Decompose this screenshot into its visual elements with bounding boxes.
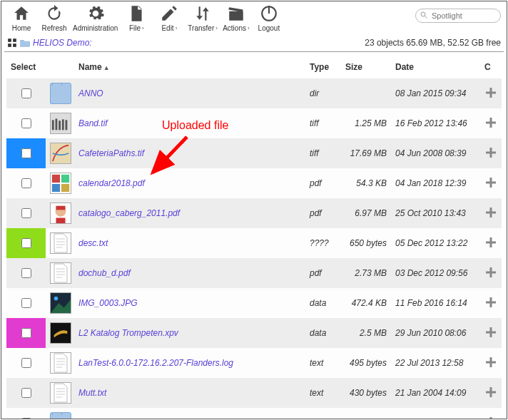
file-name-link[interactable]: catalogo_caberg_2011.pdf (78, 208, 180, 218)
row-checkbox[interactable] (21, 418, 31, 419)
row-checkbox[interactable] (21, 358, 31, 368)
table-row[interactable]: dochub_d.pdfpdf2.73 MB03 Dec 2012 09:56 (6, 258, 502, 288)
row-checkbox[interactable] (21, 208, 31, 218)
file-menu[interactable]: File› (122, 4, 151, 32)
svg-rect-20 (486, 151, 496, 153)
thumbnail-cell (46, 168, 74, 198)
file-name-link[interactable]: LanTest-6.0.0-172.16.2.207-Flanders.log (78, 358, 233, 368)
table-header-row: Select Name▲ Type Size Date C (6, 56, 502, 78)
expand-icon[interactable] (485, 177, 497, 188)
row-checkbox[interactable] (21, 268, 31, 278)
thumbnail-cell (46, 228, 74, 258)
table-row[interactable]: IMG_0003.JPGdata472.4 KB11 Feb 2016 16:1… (6, 288, 502, 318)
size-cell (341, 408, 391, 419)
file-name-link[interactable]: desc.txt (78, 238, 108, 248)
svg-rect-30 (56, 206, 65, 210)
row-checkbox[interactable] (21, 388, 31, 398)
svg-rect-52 (486, 331, 496, 333)
row-checkbox[interactable] (21, 88, 31, 98)
type-cell: dir (305, 408, 341, 419)
file-name-link[interactable]: IMG_0003.JPG (78, 298, 138, 308)
file-name-link[interactable]: Band.tif (78, 118, 108, 128)
col-select[interactable]: Select (6, 56, 46, 78)
file-icon (127, 4, 146, 23)
col-c[interactable]: C (480, 56, 502, 78)
row-checkbox[interactable] (21, 328, 31, 338)
table-row[interactable]: calendar2018.pdfpdf54.3 KB04 Jan 2018 12… (6, 168, 502, 198)
row-checkbox[interactable] (21, 238, 31, 248)
file-name-link[interactable]: CafeteriaPaths.tif (78, 148, 144, 158)
table-row[interactable]: desc.txt????650 bytes05 Dec 2012 13:22 (6, 228, 502, 258)
refresh-icon (45, 4, 64, 23)
size-cell: 650 bytes (341, 228, 391, 258)
svg-rect-58 (486, 361, 496, 363)
expand-icon[interactable] (485, 357, 497, 368)
file-name-link[interactable]: calendar2018.pdf (78, 178, 145, 188)
col-date[interactable]: Date (391, 56, 480, 78)
expand-icon[interactable] (485, 147, 497, 158)
table-row[interactable]: L2 Katalog Trompeten.xpvdata2.5 MB29 Jun… (6, 318, 502, 348)
chevron-right-icon: › (176, 25, 178, 31)
table-row[interactable]: PDF-Checkdir14 Oct 2013 09:46 (6, 408, 502, 419)
expand-icon[interactable] (485, 386, 497, 398)
size-cell: 472.4 KB (341, 288, 391, 318)
administration-button[interactable]: Administration (73, 4, 118, 32)
svg-rect-27 (486, 181, 496, 183)
size-cell: 2.73 MB (341, 258, 391, 288)
edit-menu[interactable]: Edit› (155, 4, 183, 32)
row-checkbox[interactable] (21, 178, 31, 188)
table-row[interactable]: CafeteriaPaths.tiftiff17.69 MB04 Jun 200… (6, 138, 502, 168)
col-type[interactable]: Type (305, 56, 341, 78)
expand-icon[interactable] (485, 327, 497, 338)
file-name-link[interactable]: PDF-Check (78, 418, 123, 419)
expand-icon[interactable] (485, 416, 497, 420)
svg-rect-12 (56, 118, 58, 130)
svg-rect-6 (8, 43, 11, 47)
search-input[interactable] (415, 9, 501, 23)
refresh-button[interactable]: Refresh (40, 4, 68, 32)
svg-point-2 (421, 12, 425, 16)
select-cell (6, 78, 46, 108)
grid-view-icon[interactable] (7, 38, 17, 48)
svg-rect-23 (61, 175, 69, 183)
file-name-link[interactable]: ANNO (78, 88, 103, 98)
type-cell: dir (305, 78, 341, 109)
home-button[interactable]: Home (7, 4, 36, 32)
thumbnail-cell (46, 348, 74, 378)
col-name[interactable]: Name▲ (74, 56, 305, 78)
table-row[interactable]: LanTest-6.0.0-172.16.2.207-Flanders.logt… (6, 348, 502, 378)
expand-icon[interactable] (485, 207, 497, 218)
file-name-link[interactable]: dochub_d.pdf (78, 268, 131, 278)
expand-icon[interactable] (485, 267, 497, 278)
file-name-link[interactable]: Mutt.txt (78, 388, 106, 398)
table-row[interactable]: Mutt.txttext430 bytes21 Jan 2004 14:09 (6, 378, 502, 408)
row-checkbox[interactable] (21, 148, 31, 158)
breadcrumb-link[interactable]: HELIOS Demo: (33, 38, 92, 48)
date-cell: 25 Oct 2010 13:43 (391, 198, 480, 228)
row-checkbox[interactable] (21, 118, 31, 128)
svg-rect-24 (52, 184, 60, 192)
file-name-link[interactable]: L2 Katalog Trompeten.xpv (78, 328, 178, 338)
table-row[interactable]: Band.tiftiff1.25 MB16 Feb 2012 13:46 (6, 108, 502, 138)
logout-button[interactable]: Logout (255, 4, 283, 32)
svg-rect-25 (61, 184, 69, 192)
expand-icon[interactable] (485, 117, 497, 128)
date-cell: 14 Oct 2013 09:46 (391, 408, 480, 419)
row-checkbox[interactable] (21, 298, 31, 308)
edit-icon (160, 4, 178, 23)
transfer-menu[interactable]: Transfer› (188, 4, 218, 32)
type-cell: pdf (305, 168, 341, 198)
actions-menu[interactable]: Actions› (222, 4, 250, 32)
select-cell (6, 228, 46, 258)
table-row[interactable]: ANNOdir08 Jan 2015 09:34 (6, 78, 502, 109)
type-cell: data (305, 288, 341, 318)
col-size[interactable]: Size (341, 56, 391, 78)
svg-rect-5 (13, 39, 16, 42)
folder-icon (20, 39, 30, 47)
svg-rect-14 (62, 119, 64, 130)
expand-icon[interactable] (485, 87, 497, 98)
sort-asc-icon: ▲ (103, 64, 110, 71)
table-row[interactable]: catalogo_caberg_2011.pdfpdf6.97 MB25 Oct… (6, 198, 502, 228)
expand-icon[interactable] (485, 237, 497, 248)
expand-icon[interactable] (485, 297, 497, 308)
